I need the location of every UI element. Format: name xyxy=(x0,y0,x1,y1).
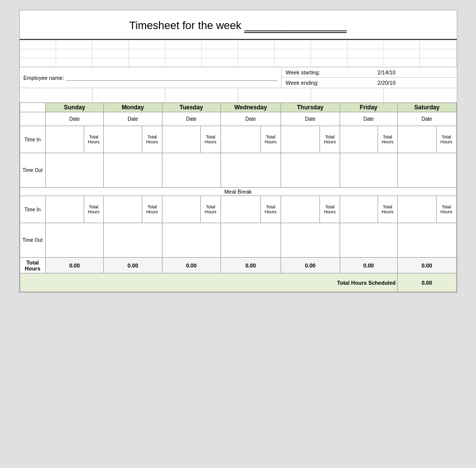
week-starting-row: Week starting: 2/14/10 xyxy=(282,67,456,78)
tuesday-total: 0.00 xyxy=(162,258,221,273)
wednesday-header: Wednesday xyxy=(221,103,281,112)
monday-date: Date xyxy=(104,112,162,126)
monday-header: Monday xyxy=(104,103,162,112)
tuesday-header: Tuesday xyxy=(162,103,221,112)
week-ending-row: Week ending: 2/20/10 xyxy=(282,78,456,88)
sunday-time-out-2[interactable] xyxy=(45,223,103,258)
monday-total-hours-1: TotalHours xyxy=(142,126,162,153)
wednesday-total: 0.00 xyxy=(221,258,281,273)
wednesday-total-hours-2: TotalHours xyxy=(260,196,281,223)
sunday-total-hours-1: TotalHours xyxy=(84,126,103,153)
monday-time-in-2[interactable] xyxy=(104,196,142,223)
thursday-time-out-1[interactable] xyxy=(281,153,340,188)
saturday-time-out-2[interactable] xyxy=(397,223,456,258)
friday-time-in-1[interactable] xyxy=(340,126,378,153)
time-out-row-2: Time Out xyxy=(20,223,456,258)
total-hours-row: Total Hours 0.00 0.00 0.00 0.00 0.00 0.0… xyxy=(20,258,456,273)
friday-time-out-2[interactable] xyxy=(340,223,397,258)
total-hours-row-label: Total Hours xyxy=(20,258,45,273)
tuesday-total-hours-1: TotalHours xyxy=(201,126,221,153)
week-ending-value: 2/20/10 xyxy=(378,80,453,86)
friday-time-in-2[interactable] xyxy=(340,196,378,223)
friday-total-hours-1: TotalHours xyxy=(378,126,397,153)
total-scheduled-value: 0.00 xyxy=(397,273,456,292)
monday-time-out-2[interactable] xyxy=(104,223,162,258)
time-in-label-2: Time In xyxy=(20,196,45,223)
friday-header: Friday xyxy=(340,103,397,112)
saturday-time-in-2[interactable] xyxy=(397,196,436,223)
thursday-total-hours-1: TotalHours xyxy=(320,126,340,153)
sunday-total: 0.00 xyxy=(45,258,103,273)
wednesday-date: Date xyxy=(221,112,281,126)
week-info-section: Week starting: 2/14/10 Week ending: 2/20… xyxy=(282,67,456,88)
friday-date: Date xyxy=(340,112,397,126)
saturday-total: 0.00 xyxy=(397,258,456,273)
top-decorative-grid xyxy=(20,40,457,67)
thursday-total: 0.00 xyxy=(281,258,340,273)
day-header-row: Sunday Monday Tuesday Wednesday Thursday… xyxy=(20,103,456,112)
sheet-title: Timesheet for the week _________________ xyxy=(20,10,457,40)
saturday-total-hours-1: TotalHours xyxy=(436,126,456,153)
wednesday-total-hours-1: TotalHours xyxy=(260,126,281,153)
monday-time-out-1[interactable] xyxy=(104,153,162,188)
tuesday-date: Date xyxy=(162,112,221,126)
wednesday-time-in-1[interactable] xyxy=(221,126,260,153)
sunday-header: Sunday xyxy=(45,103,103,112)
time-out-row-1: Time Out xyxy=(20,153,456,188)
saturday-date: Date xyxy=(397,112,456,126)
date-row: Date Date Date Date Date Date Date xyxy=(20,112,456,126)
timesheet-table: Sunday Monday Tuesday Wednesday Thursday… xyxy=(20,102,457,292)
sunday-time-in-2[interactable] xyxy=(45,196,84,223)
employee-name-input[interactable] xyxy=(66,74,277,81)
total-scheduled-label: Total Hours Scheduled xyxy=(20,273,397,292)
employee-name-section: Employee name: xyxy=(20,67,282,88)
saturday-time-out-1[interactable] xyxy=(397,153,456,188)
thursday-time-out-2[interactable] xyxy=(281,223,340,258)
thursday-header: Thursday xyxy=(281,103,340,112)
empty-date-label xyxy=(20,112,45,126)
employee-label: Employee name: xyxy=(24,75,64,81)
tuesday-total-hours-2: TotalHours xyxy=(201,196,221,223)
employee-info-row: Employee name: Week starting: 2/14/10 We… xyxy=(20,67,457,88)
total-scheduled-row: Total Hours Scheduled 0.00 xyxy=(20,273,456,292)
time-in-row-1: Time In TotalHours TotalHours TotalHours… xyxy=(20,126,456,153)
wednesday-time-in-2[interactable] xyxy=(221,196,260,223)
time-in-label-1: Time In xyxy=(20,126,45,153)
thursday-date: Date xyxy=(281,112,340,126)
monday-total-hours-2: TotalHours xyxy=(142,196,162,223)
thursday-total-hours-2: TotalHours xyxy=(320,196,340,223)
wednesday-time-out-2[interactable] xyxy=(221,223,281,258)
spacer-row xyxy=(20,88,457,102)
saturday-total-hours-2: TotalHours xyxy=(436,196,456,223)
friday-total: 0.00 xyxy=(340,258,397,273)
sunday-date: Date xyxy=(45,112,103,126)
sunday-total-hours-2: TotalHours xyxy=(84,196,103,223)
monday-time-in-1[interactable] xyxy=(104,126,142,153)
tuesday-time-out-1[interactable] xyxy=(162,153,221,188)
sunday-time-in-1[interactable] xyxy=(45,126,84,153)
tuesday-time-in-2[interactable] xyxy=(162,196,201,223)
meal-break-label: Meal Break xyxy=(20,188,456,196)
week-starting-label: Week starting: xyxy=(286,69,378,75)
tuesday-time-out-2[interactable] xyxy=(162,223,221,258)
tuesday-time-in-1[interactable] xyxy=(162,126,201,153)
week-starting-value: 2/14/10 xyxy=(378,69,453,75)
saturday-header: Saturday xyxy=(397,103,456,112)
empty-label-header xyxy=(20,103,45,112)
friday-time-out-1[interactable] xyxy=(340,153,397,188)
wednesday-time-out-1[interactable] xyxy=(221,153,281,188)
meal-break-row: Meal Break xyxy=(20,188,456,196)
sunday-time-out-1[interactable] xyxy=(45,153,103,188)
thursday-time-in-2[interactable] xyxy=(281,196,319,223)
thursday-time-in-1[interactable] xyxy=(281,126,319,153)
time-out-label-2: Time Out xyxy=(20,223,45,258)
friday-total-hours-2: TotalHours xyxy=(378,196,397,223)
saturday-time-in-1[interactable] xyxy=(397,126,436,153)
week-ending-label: Week ending: xyxy=(286,80,378,86)
monday-total: 0.00 xyxy=(104,258,162,273)
time-in-row-2: Time In TotalHours TotalHours TotalHours… xyxy=(20,196,456,223)
time-out-label-1: Time Out xyxy=(20,153,45,188)
